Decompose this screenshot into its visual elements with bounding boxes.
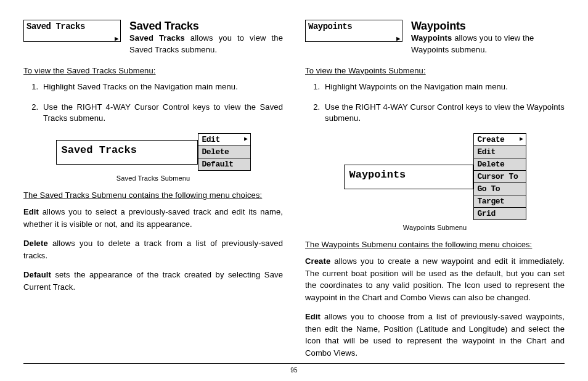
menu-create-label: Create: [478, 135, 505, 144]
saved-tracks-choices-head: The Saved Tracks Submenu contains the fo…: [23, 190, 283, 200]
view-saved-tracks-subhead: To view the Saved Tracks Submenu:: [23, 66, 283, 75]
create-rest: allows you to create a new waypoint and …: [305, 256, 565, 302]
menu-grid: Grid: [473, 207, 526, 220]
left-column: Saved Tracks ▶ Saved Tracks Saved Tracks…: [23, 20, 283, 366]
waypoints-heading: Waypoints: [411, 20, 565, 33]
default-bold: Default: [23, 270, 51, 279]
right-arrow-icon: ▶: [396, 35, 400, 43]
step-1: Highlight Saved Tracks on the Navigation…: [41, 81, 283, 93]
edit-bold: Edit: [305, 312, 321, 321]
right-arrow-icon: ▶: [115, 35, 118, 43]
step-2: Use the RIGHT 4-WAY Cursor Control keys …: [322, 102, 565, 125]
saved-tracks-caption: Saved Tracks Submenu: [116, 174, 190, 182]
menu-edit: Edit: [473, 145, 526, 158]
view-waypoints-subhead: To view the Waypoints Submenu:: [305, 66, 565, 75]
page-number: 95: [0, 367, 588, 374]
edit-desc: Edit allows you to select a previously-s…: [23, 206, 283, 230]
waypoints-submenu-figure: Waypoints Create ▶ Edit Delete Cursor To…: [344, 133, 526, 220]
menu-delete: Delete: [198, 145, 251, 158]
menu-default: Default: [198, 158, 251, 171]
devbox-label: Saved Tracks: [27, 22, 85, 31]
fig-label: Waypoints: [349, 169, 406, 181]
menu-cursor-to: Cursor To: [473, 170, 526, 182]
step-1: Highlight Waypoints on the Navigation ma…: [322, 81, 565, 93]
create-bold: Create: [305, 256, 330, 266]
saved-tracks-steps: Highlight Saved Tracks on the Navigation…: [23, 81, 283, 125]
right-arrow-icon: ▶: [244, 135, 248, 142]
menu-delete: Delete: [473, 158, 526, 170]
step-2: Use the RIGHT 4-WAY Cursor Control keys …: [41, 102, 283, 125]
waypoints-menu: Create ▶ Edit Delete Cursor To Go To Tar…: [473, 133, 526, 220]
saved-tracks-intro: Saved Tracks allows you to view the Save…: [129, 33, 283, 56]
waypoints-big-box: Waypoints: [344, 165, 473, 189]
menu-edit-label: Edit: [202, 135, 220, 144]
intro-bold: Saved Tracks: [129, 33, 185, 43]
create-desc: Create allows you to create a new waypoi…: [305, 255, 565, 303]
waypoints-steps: Highlight Waypoints on the Navigation ma…: [305, 81, 565, 125]
delete-desc: Delete allows you to delete a track from…: [23, 237, 283, 261]
saved-tracks-heading: Saved Tracks: [129, 20, 283, 33]
waypoints-choices-head: The Waypoints Submenu contains the follo…: [305, 240, 565, 249]
intro-bold: Waypoints: [411, 33, 452, 43]
menu-target: Target: [473, 195, 526, 207]
menu-edit: Edit ▶: [198, 133, 251, 145]
menu-go-to: Go To: [473, 182, 526, 195]
waypoints-intro: Waypoints allows you to view the Waypoin…: [411, 33, 565, 56]
right-arrow-icon: ▶: [520, 135, 523, 142]
footer-rule: [23, 363, 565, 364]
delete-rest: allows you to delete a track from a list…: [23, 239, 283, 260]
right-column: Waypoints ▶ Waypoints Waypoints allows y…: [305, 20, 565, 366]
saved-tracks-submenu-figure: Saved Tracks Edit ▶ Delete Default: [56, 133, 251, 171]
default-rest: sets the appearance of the track created…: [23, 270, 283, 292]
edit-desc: Edit allows you to choose from a list of…: [305, 311, 565, 359]
default-desc: Default sets the appearance of the track…: [23, 269, 283, 293]
waypoints-device-box: Waypoints ▶: [305, 20, 402, 42]
edit-rest: allows you to choose from a list of prev…: [305, 312, 565, 358]
edit-bold: Edit: [23, 207, 39, 216]
menu-create: Create ▶: [473, 133, 526, 145]
fig-label: Saved Tracks: [62, 144, 137, 156]
waypoints-caption: Waypoints Submenu: [403, 224, 467, 231]
devbox-label: Waypoints: [308, 22, 352, 31]
saved-tracks-big-box: Saved Tracks: [56, 140, 198, 165]
saved-tracks-device-box: Saved Tracks ▶: [23, 20, 121, 42]
saved-tracks-menu: Edit ▶ Delete Default: [198, 133, 251, 171]
edit-rest: allows you to select a previously-saved …: [23, 207, 283, 229]
delete-bold: Delete: [23, 239, 48, 248]
